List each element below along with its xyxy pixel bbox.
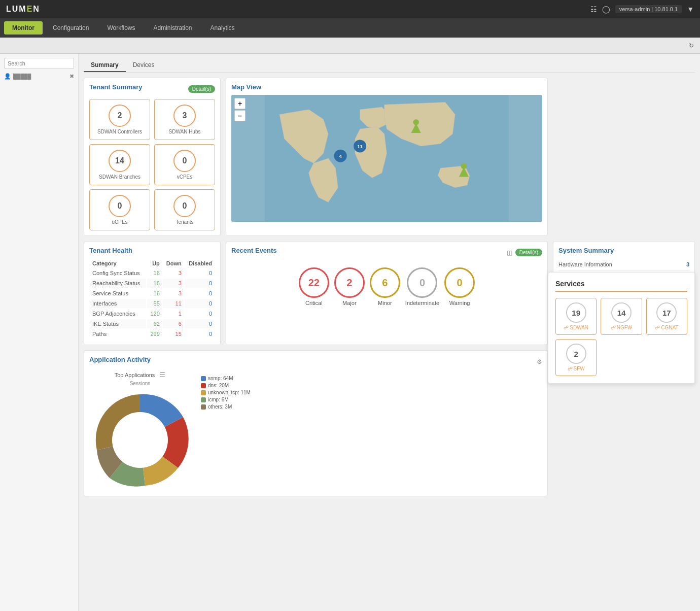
gear-icon[interactable]: ⚙ bbox=[537, 358, 542, 365]
critical-label: Critical bbox=[305, 300, 323, 306]
health-up-ike: 62 bbox=[147, 319, 161, 328]
controllers-count: 2 bbox=[109, 105, 131, 127]
services-grid-2: 2 ☍ SFW bbox=[555, 339, 687, 376]
nav-item-workflows[interactable]: Workflows bbox=[99, 21, 143, 35]
legend-dot-dns bbox=[201, 383, 206, 388]
warning-label: Warning bbox=[449, 300, 470, 306]
health-disabled-config-sync: 0 bbox=[185, 268, 214, 278]
minor-label: Minor bbox=[378, 300, 392, 306]
ngfw-count: 14 bbox=[611, 302, 632, 323]
recent-events-card: Recent Events ◫ Detail(s) 22 Critical 2 … bbox=[226, 241, 548, 345]
close-icon[interactable]: ✖ bbox=[69, 73, 74, 80]
tenant-detail-badge[interactable]: Detail(s) bbox=[188, 85, 215, 93]
legend-dot-snmp bbox=[201, 376, 206, 381]
ucpes-count: 0 bbox=[109, 195, 131, 217]
tenant-health-card: Tenant Health Category Up Down Disabled … bbox=[84, 241, 221, 345]
map-zoom-controls: + – bbox=[234, 98, 246, 121]
health-up-paths: 299 bbox=[147, 329, 161, 338]
health-row-interfaces: Interfaces 55 11 0 bbox=[90, 299, 214, 308]
vcpes-count: 0 bbox=[173, 150, 196, 172]
legend-label-unknown-tcp: unknown_tcp: 11M bbox=[208, 390, 251, 395]
health-disabled-reachability: 0 bbox=[185, 279, 214, 288]
ucpes-label: uCPEs bbox=[112, 219, 127, 225]
tenant-summary-header: Tenant Summary Detail(s) bbox=[89, 83, 215, 95]
health-row-service: Service Status 16 3 0 bbox=[90, 289, 214, 298]
health-down-interfaces: 11 bbox=[163, 299, 184, 308]
health-col-up: Up bbox=[147, 259, 161, 267]
chart-legend: snmp: 64M dns: 20M unknown_tcp: 11M bbox=[201, 376, 251, 411]
health-category-paths: Paths bbox=[90, 329, 146, 338]
chevron-down-icon[interactable]: ▼ bbox=[687, 5, 694, 13]
document-icon[interactable]: ☷ bbox=[590, 5, 597, 13]
tenant-box-tenants[interactable]: 0 Tenants bbox=[154, 189, 215, 230]
nav-item-administration[interactable]: Administration bbox=[146, 21, 200, 35]
indeterminate-circle: 0 bbox=[407, 267, 437, 298]
services-grid: 19 ☍ SDWAN 14 ☍ NGFW 17 ☍ bbox=[555, 298, 687, 335]
service-sdwan[interactable]: 19 ☍ SDWAN bbox=[555, 298, 597, 335]
health-category-config-sync: Config Sync Status bbox=[90, 268, 146, 278]
service-sfw[interactable]: 2 ☍ SFW bbox=[555, 339, 597, 376]
sub-nav: ↻ bbox=[0, 38, 700, 54]
zoom-in-button[interactable]: + bbox=[234, 98, 246, 109]
nav-item-analytics[interactable]: Analytics bbox=[202, 21, 243, 35]
health-category-bgp: BGP Adjacencies bbox=[90, 309, 146, 318]
legend-dot-others bbox=[201, 404, 206, 410]
tab-devices[interactable]: Devices bbox=[126, 59, 162, 72]
sdwan-count: 19 bbox=[566, 302, 586, 323]
events-detail-badge[interactable]: Detail(s) bbox=[515, 249, 542, 256]
nav-item-monitor[interactable]: Monitor bbox=[4, 21, 43, 35]
tab-summary[interactable]: Summary bbox=[84, 59, 126, 72]
events-copy-icon[interactable]: ◫ bbox=[507, 249, 512, 256]
health-disabled-service: 0 bbox=[185, 289, 214, 298]
tenant-box-ucpes[interactable]: 0 uCPEs bbox=[89, 189, 150, 230]
nav-item-configuration[interactable]: Configuration bbox=[45, 21, 97, 35]
app-chart-area: Top Applications ☰ Sessions bbox=[89, 371, 542, 491]
event-minor[interactable]: 6 Minor bbox=[370, 267, 400, 306]
event-indeterminate[interactable]: 0 Indeterminate bbox=[405, 267, 439, 306]
world-map-svg: 4 11 bbox=[231, 95, 542, 222]
health-down-config-sync: 3 bbox=[163, 268, 184, 278]
health-category-reachability: Reachability Status bbox=[90, 279, 146, 288]
zoom-out-button[interactable]: – bbox=[234, 110, 246, 121]
tenant-grid: 2 SDWAN Controllers 3 SDWAN Hubs 14 SDWA… bbox=[89, 99, 215, 230]
indeterminate-label: Indeterminate bbox=[405, 300, 439, 306]
sidebar: 👤 █████ ✖ bbox=[0, 54, 79, 611]
tenant-box-controllers[interactable]: 2 SDWAN Controllers bbox=[89, 99, 150, 140]
service-cgnat[interactable]: 17 ☍ CGNAT bbox=[646, 298, 687, 335]
tenant-box-branches[interactable]: 14 SDWAN Branches bbox=[89, 144, 150, 185]
legend-label-dns: dns: 20M bbox=[208, 383, 229, 388]
tenants-label: Tenants bbox=[176, 219, 193, 225]
legend-snmp: snmp: 64M bbox=[201, 376, 251, 381]
map-card: Map View + – bbox=[226, 78, 548, 236]
system-row-hardware-info: Hardware Information 3 bbox=[558, 258, 689, 271]
svg-point-8 bbox=[461, 163, 467, 169]
sdwan-icon: ☍ bbox=[564, 325, 569, 330]
chart-menu-icon[interactable]: ☰ bbox=[160, 371, 165, 379]
tenant-box-vcpes[interactable]: 0 vCPEs bbox=[154, 144, 215, 185]
user-info[interactable]: versa-admin | 10.81.0.1 bbox=[615, 5, 682, 13]
cgnat-label: ☍ CGNAT bbox=[655, 325, 678, 330]
search-input[interactable] bbox=[4, 58, 74, 69]
main-layout: 👤 █████ ✖ Summary Devices Tenant Summary… bbox=[0, 54, 700, 611]
sfw-icon: ☍ bbox=[568, 366, 573, 371]
legend-dot-unknown-tcp bbox=[201, 390, 206, 395]
svg-text:11: 11 bbox=[357, 144, 363, 149]
ngfw-icon: ☍ bbox=[611, 325, 616, 330]
clock-icon[interactable]: ◯ bbox=[602, 5, 610, 13]
event-major[interactable]: 2 Major bbox=[334, 267, 365, 306]
branches-count: 14 bbox=[109, 150, 131, 172]
cgnat-count: 17 bbox=[656, 302, 677, 323]
health-up-service: 16 bbox=[147, 289, 161, 298]
health-down-ike: 6 bbox=[163, 319, 184, 328]
health-table: Category Up Down Disabled Config Sync St… bbox=[89, 258, 215, 340]
ngfw-label: ☍ NGFW bbox=[611, 325, 633, 330]
event-warning[interactable]: 0 Warning bbox=[444, 267, 475, 306]
event-critical[interactable]: 22 Critical bbox=[299, 267, 329, 306]
tenant-summary-title: Tenant Summary bbox=[89, 83, 143, 91]
service-ngfw[interactable]: 14 ☍ NGFW bbox=[601, 298, 642, 335]
health-title: Tenant Health bbox=[89, 247, 215, 254]
hardware-info-count: 3 bbox=[686, 261, 689, 267]
tenant-box-hubs[interactable]: 3 SDWAN Hubs bbox=[154, 99, 215, 140]
tabs: Summary Devices bbox=[84, 59, 695, 73]
refresh-icon[interactable]: ↻ bbox=[689, 42, 694, 49]
